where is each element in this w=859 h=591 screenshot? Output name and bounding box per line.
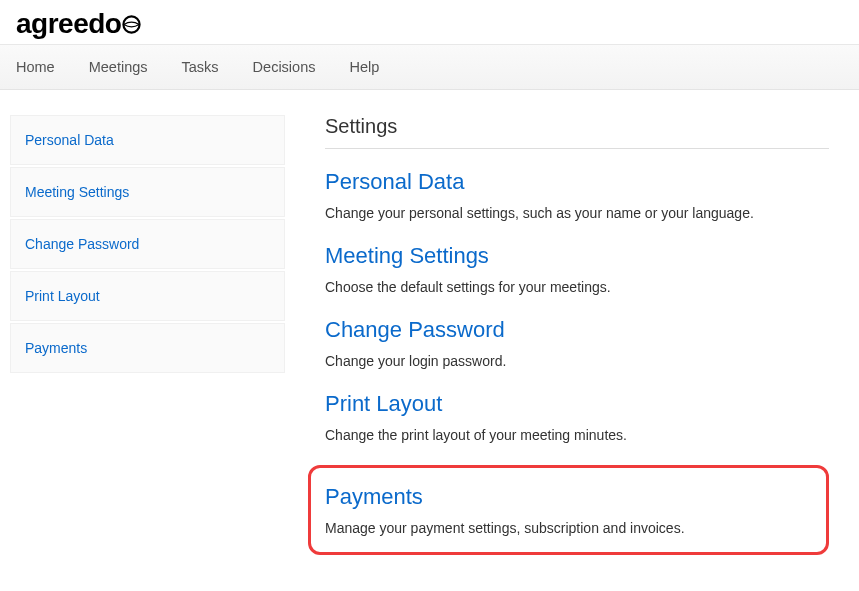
section-personal-data: Personal Data Change your personal setti… <box>325 169 829 221</box>
section-desc: Change your login password. <box>325 353 829 369</box>
section-desc: Manage your payment settings, subscripti… <box>325 520 812 536</box>
content: Personal Data Meeting Settings Change Pa… <box>0 90 859 575</box>
nav-help[interactable]: Help <box>349 59 379 75</box>
section-print-layout: Print Layout Change the print layout of … <box>325 391 829 443</box>
nav-home[interactable]: Home <box>16 59 55 75</box>
main-panel: Settings Personal Data Change your perso… <box>325 115 849 555</box>
section-desc: Change your personal settings, such as y… <box>325 205 829 221</box>
globe-icon <box>122 15 141 34</box>
section-change-password: Change Password Change your login passwo… <box>325 317 829 369</box>
nav-meetings[interactable]: Meetings <box>89 59 148 75</box>
sidebar-item-meeting-settings[interactable]: Meeting Settings <box>10 167 285 217</box>
section-title-meeting-settings[interactable]: Meeting Settings <box>325 243 829 269</box>
brand-text: agreedo <box>16 8 121 40</box>
nav-decisions[interactable]: Decisions <box>253 59 316 75</box>
section-title-payments[interactable]: Payments <box>325 484 812 510</box>
sidebar-item-label: Print Layout <box>25 288 100 304</box>
page-title: Settings <box>325 115 829 149</box>
sidebar-item-label: Personal Data <box>25 132 114 148</box>
header: agreedo <box>0 0 859 45</box>
section-title-print-layout[interactable]: Print Layout <box>325 391 829 417</box>
settings-sidebar: Personal Data Meeting Settings Change Pa… <box>10 115 285 555</box>
sidebar-item-label: Change Password <box>25 236 139 252</box>
brand-logo[interactable]: agreedo <box>16 8 141 40</box>
sidebar-item-payments[interactable]: Payments <box>10 323 285 373</box>
sidebar-item-personal-data[interactable]: Personal Data <box>10 115 285 165</box>
section-desc: Choose the default settings for your mee… <box>325 279 829 295</box>
payments-highlight: Payments Manage your payment settings, s… <box>308 465 829 555</box>
section-desc: Change the print layout of your meeting … <box>325 427 829 443</box>
navbar: Home Meetings Tasks Decisions Help <box>0 45 859 90</box>
section-meeting-settings: Meeting Settings Choose the default sett… <box>325 243 829 295</box>
sidebar-item-label: Meeting Settings <box>25 184 129 200</box>
sidebar-item-print-layout[interactable]: Print Layout <box>10 271 285 321</box>
svg-point-0 <box>124 16 140 32</box>
section-payments: Payments Manage your payment settings, s… <box>325 484 812 536</box>
sidebar-item-label: Payments <box>25 340 87 356</box>
section-title-personal-data[interactable]: Personal Data <box>325 169 829 195</box>
nav-tasks[interactable]: Tasks <box>182 59 219 75</box>
sidebar-item-change-password[interactable]: Change Password <box>10 219 285 269</box>
section-title-change-password[interactable]: Change Password <box>325 317 829 343</box>
